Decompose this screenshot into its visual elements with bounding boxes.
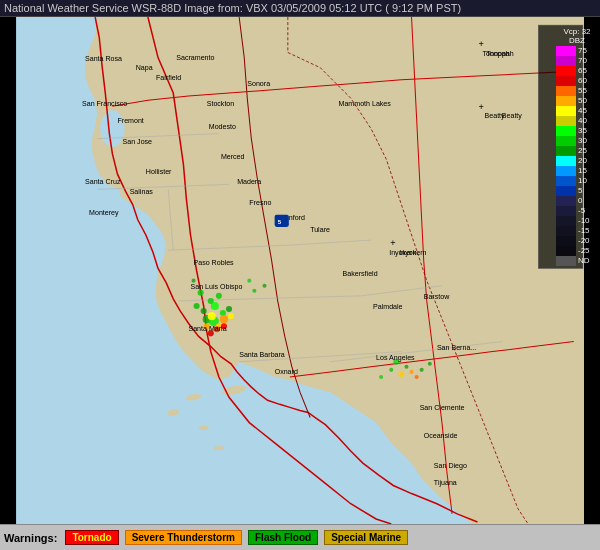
svg-text:San Jose: San Jose (123, 138, 153, 146)
svg-text:Hollister: Hollister (146, 168, 172, 176)
svg-text:Salinas: Salinas (130, 188, 154, 196)
legend-title: Vcp: 32 (556, 27, 598, 36)
legend-row-neg10: -10 (556, 216, 598, 226)
svg-text:Fresno: Fresno (249, 199, 271, 207)
svg-text:Oceanside: Oceanside (424, 432, 458, 440)
svg-text:Beatty: Beatty (502, 112, 523, 120)
svg-point-40 (252, 289, 256, 293)
svg-point-49 (379, 375, 383, 379)
legend-row-45: 45 (556, 106, 598, 116)
svg-text:Sacramento: Sacramento (176, 54, 214, 62)
svg-text:San Berna...: San Berna... (437, 344, 476, 352)
svg-text:Santa Rosa: Santa Rosa (85, 55, 122, 63)
svg-point-8 (199, 426, 209, 430)
svg-point-43 (404, 365, 408, 369)
svg-point-21 (211, 302, 219, 310)
legend-row-35: 35 (556, 126, 598, 136)
svg-text:Los Angeles: Los Angeles (376, 354, 415, 362)
svg-text:+: + (390, 238, 395, 248)
svg-point-23 (216, 293, 222, 299)
header-bar: National Weather Service WSR-88D Image f… (0, 0, 600, 17)
legend-row-neg20: -20 (556, 236, 598, 246)
legend-row-neg5: -5 (556, 206, 598, 216)
radar-legend: Vcp: 32 DBZ 75 70 65 60 55 (556, 27, 598, 266)
legend-row-70: 70 (556, 56, 598, 66)
svg-text:San Clemente: San Clemente (420, 404, 465, 412)
tornado-warning-badge[interactable]: Tornado (65, 530, 118, 545)
footer-bar: Warnings: Tornado Severe Thunderstorm Fl… (0, 524, 600, 550)
svg-point-39 (262, 284, 266, 288)
svg-text:Merced: Merced (221, 153, 245, 161)
svg-text:Bakersfield: Bakersfield (343, 270, 378, 278)
svg-text:Tonopah: Tonopah (487, 50, 514, 58)
legend-row-60: 60 (556, 76, 598, 86)
svg-text:Tijuana: Tijuana (434, 479, 457, 487)
legend-row-25: 25 (556, 146, 598, 156)
flash-flood-warning-badge[interactable]: Flash Flood (248, 530, 318, 545)
legend-row-5: 5 (556, 186, 598, 196)
legend-row-0: 0 (556, 196, 598, 206)
svg-point-46 (410, 370, 414, 374)
legend-row-nd: ND (556, 256, 598, 266)
radar-map: Santa Rosa Napa Fairfield Sacramento San… (0, 17, 600, 524)
legend-row-30: 30 (556, 136, 598, 146)
svg-text:Tulare: Tulare (310, 226, 330, 234)
svg-point-48 (420, 368, 424, 372)
svg-point-45 (398, 371, 404, 377)
svg-text:5: 5 (278, 218, 282, 225)
svg-point-22 (201, 308, 207, 314)
svg-point-4 (84, 184, 121, 204)
svg-point-34 (228, 313, 234, 319)
marine-warning-label: Special Marine (331, 532, 401, 543)
svg-text:+: + (478, 39, 483, 49)
svg-point-9 (214, 446, 224, 450)
svg-point-47 (415, 375, 419, 379)
svg-text:Madera: Madera (237, 178, 261, 186)
warnings-label: Warnings: (4, 532, 57, 544)
svg-text:Sonora: Sonora (247, 80, 270, 88)
svg-text:Stockton: Stockton (207, 100, 235, 108)
flash-warning-label: Flash Flood (255, 532, 311, 543)
svg-point-25 (220, 310, 226, 316)
svg-text:Modesto: Modesto (209, 123, 236, 131)
svg-text:San Francisco: San Francisco (82, 100, 127, 108)
legend-row-75: 75 (556, 46, 598, 56)
svg-point-44 (389, 368, 393, 372)
svg-text:Paso Robles: Paso Robles (194, 259, 235, 267)
svg-point-50 (428, 362, 432, 366)
svg-point-3 (100, 110, 124, 147)
severe-warning-label: Severe Thunderstorm (132, 532, 235, 543)
legend-row-15: 15 (556, 166, 598, 176)
app: National Weather Service WSR-88D Image f… (0, 0, 600, 550)
svg-text:+: + (478, 102, 483, 112)
svg-text:Santa Maria: Santa Maria (188, 325, 226, 333)
svg-text:Inyokern: Inyokern (399, 249, 426, 257)
header-title: National Weather Service WSR-88D Image f… (4, 2, 461, 14)
severe-thunderstorm-warning-badge[interactable]: Severe Thunderstorm (125, 530, 242, 545)
svg-point-28 (226, 306, 232, 312)
legend-row-65: 65 (556, 66, 598, 76)
svg-text:San Diego: San Diego (434, 462, 467, 470)
svg-point-32 (220, 315, 228, 323)
svg-text:Santa Barbara: Santa Barbara (239, 351, 285, 359)
svg-point-30 (208, 312, 216, 320)
svg-text:Monterey: Monterey (89, 209, 119, 217)
tornado-warning-label: Tornado (72, 532, 111, 543)
svg-point-26 (194, 303, 200, 309)
svg-text:Oxnard: Oxnard (275, 368, 298, 376)
special-marine-warning-badge[interactable]: Special Marine (324, 530, 408, 545)
svg-text:Barstow: Barstow (424, 293, 450, 301)
legend-row-neg25: -25 (556, 246, 598, 256)
legend-row-40: 40 (556, 116, 598, 126)
legend-row-neg15: -15 (556, 226, 598, 236)
svg-text:Mammoth Lakes: Mammoth Lakes (339, 100, 392, 108)
svg-text:Fairfield: Fairfield (156, 74, 181, 82)
legend-row-10: 10 (556, 176, 598, 186)
svg-point-38 (247, 279, 251, 283)
svg-text:Palmdale: Palmdale (373, 303, 403, 311)
map-container: Santa Rosa Napa Fairfield Sacramento San… (0, 17, 600, 524)
svg-text:Napa: Napa (136, 64, 153, 72)
legend-row-55: 55 (556, 86, 598, 96)
legend-row-50: 50 (556, 96, 598, 106)
svg-text:Fremont: Fremont (117, 117, 143, 125)
